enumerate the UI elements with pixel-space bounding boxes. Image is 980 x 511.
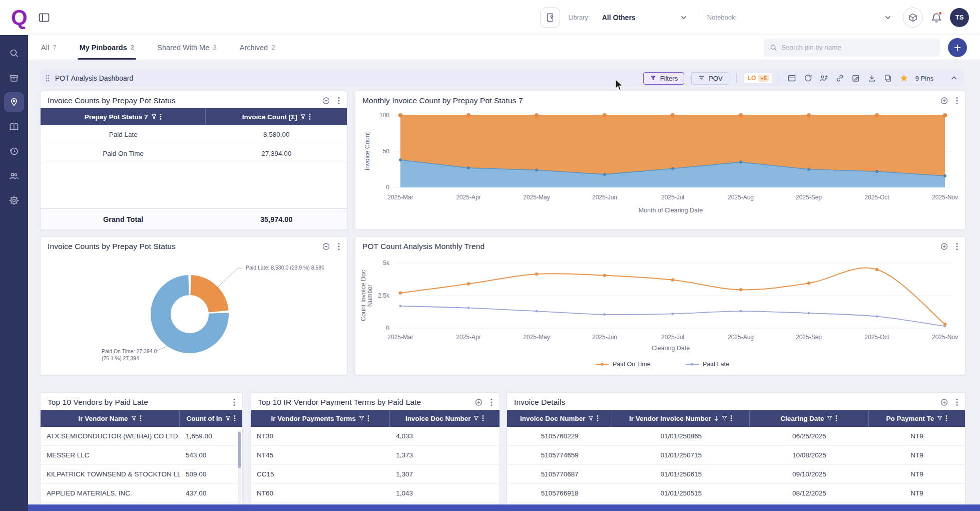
collapse-chevron-icon[interactable] [949,74,958,83]
sidebar-history-icon[interactable] [4,141,24,161]
share-users-icon[interactable] [819,74,828,83]
table-row[interactable]: NT304,033 [251,427,500,446]
column-header[interactable]: Ir Vendor Invoice Number [612,410,750,427]
svg-text:2025-Oct: 2025-Oct [864,334,889,341]
column-menu-icon[interactable] [835,415,837,422]
table-row[interactable]: NT451,373 [251,446,500,465]
vertical-scrollbar[interactable] [238,430,241,511]
library-select[interactable]: All Others [598,11,691,25]
user-avatar[interactable]: TS [950,8,969,27]
card-menu-icon[interactable] [956,398,958,406]
filter-funnel-icon[interactable] [937,415,942,421]
column-header[interactable]: Invoice Doc Number [507,410,612,427]
card-menu-icon[interactable] [956,242,958,250]
card-menu-icon[interactable] [338,242,340,250]
sidebar-users-icon[interactable] [4,166,24,186]
refresh-icon[interactable] [803,74,812,83]
svg-text:Paid On Time: 27,394.0: Paid On Time: 27,394.0 [102,348,157,354]
notifications-bell-icon[interactable] [931,12,942,23]
column-menu-icon[interactable] [597,415,599,422]
column-menu-icon[interactable] [140,415,142,422]
table-row[interactable]: Paid On Time27,394.00 [41,144,347,163]
lo-filter-chip[interactable]: LO +5 [744,73,773,84]
table-row[interactable]: MESSER LLC543.00 [41,446,242,465]
card-menu-icon[interactable] [956,97,958,105]
column-menu-icon[interactable] [309,113,311,120]
notebook-pin-icon[interactable] [540,8,560,28]
column-menu-icon[interactable] [367,415,369,422]
filter-funnel-icon[interactable] [827,415,832,421]
table-row[interactable]: APPLIED MATERIALS, INC.437.00 [41,484,242,503]
scrollbar-thumb[interactable] [238,432,241,468]
edit-icon[interactable] [851,74,860,83]
sidebar-settings-icon[interactable] [4,190,24,210]
explore-plus-icon[interactable] [940,242,949,251]
column-header[interactable]: Po Payment Te [869,410,965,427]
filter-funnel-icon[interactable] [225,415,231,421]
tab-all[interactable]: All7 [41,35,57,60]
filter-funnel-icon[interactable] [359,415,364,421]
link-icon[interactable] [835,74,844,83]
table-row[interactable]: ATX SEMICONDUCTOR (WEIHAI) CO LTD.1,659.… [41,427,242,446]
column-menu-icon[interactable] [730,415,732,422]
download-icon[interactable] [867,74,876,83]
tab-archived[interactable]: Archived2 [240,35,275,60]
table-row[interactable]: 510576022901/01/25086506/25/2025NT9 [507,427,965,446]
dashboard-title: POT Analysis Dashboard [55,74,133,82]
bottom-scroll-strip[interactable] [28,504,980,511]
column-header[interactable]: Ir Vendor Payments Terms [251,410,390,427]
board-icon[interactable] [787,74,796,83]
payment-terms-table: Ir Vendor Payments TermsInvoice Doc Numb… [251,410,500,511]
table-row[interactable]: 510577465901/01/25071510/08/2025NT9 [507,446,965,465]
filters-button[interactable]: Filters [643,72,684,85]
star-icon[interactable] [899,74,908,83]
filter-funnel-icon[interactable] [473,415,479,421]
table-row[interactable]: CC151,307 [251,465,500,484]
app-logo[interactable]: Q [11,7,27,28]
apps-cube-icon[interactable] [903,8,923,28]
svg-text:2025-Jul: 2025-Jul [661,334,684,341]
filter-funnel-icon[interactable] [131,415,137,421]
card-menu-icon[interactable] [338,97,340,105]
filter-funnel-icon[interactable] [151,114,157,120]
sidebar-pinboards-icon[interactable] [4,92,24,112]
card-menu-icon[interactable] [233,398,235,406]
column-header[interactable]: Count of In [180,410,242,427]
column-menu-icon[interactable] [234,415,236,422]
column-header[interactable]: Ir Vendor Name [41,410,180,427]
sidebar-search-icon[interactable] [4,43,24,63]
column-header[interactable]: Prepay Pot Status 7 [41,108,206,125]
copy-icon[interactable] [883,74,892,83]
tab-my-pinboards[interactable]: My Pinboards2 [80,35,135,60]
explore-plus-icon[interactable] [322,242,331,251]
card-menu-icon[interactable] [491,398,493,406]
explore-plus-icon[interactable] [474,398,483,407]
drag-handle-icon[interactable] [45,74,50,82]
explore-plus-icon[interactable] [940,398,949,407]
sidebar-workspace-icon[interactable] [4,68,24,88]
table-row[interactable]: 510577068701/01/25061509/10/2025NT9 [507,465,965,484]
column-header[interactable]: Invoice Doc Number [390,410,500,427]
notebook-select[interactable] [745,13,895,23]
panel-toggle-icon[interactable] [39,13,50,23]
table-row[interactable]: NT601,043 [251,484,500,503]
add-pinboard-button[interactable] [948,38,967,57]
column-menu-icon[interactable] [160,113,162,120]
table-row[interactable]: 510576691801/01/25051508/12/2025NT9 [507,484,965,503]
sidebar-library-icon[interactable] [4,117,24,137]
column-header[interactable]: Clearing Date [750,410,869,427]
column-header[interactable]: Invoice Count [Σ] [206,108,347,125]
tab-shared-with-me[interactable]: Shared With Me3 [157,35,216,60]
column-menu-icon[interactable] [945,415,947,422]
explore-plus-icon[interactable] [940,97,949,105]
table-cell: 5105774659 [507,446,612,465]
table-row[interactable]: Paid Late8,580.00 [41,125,347,144]
table-row[interactable]: KILPATRICK TOWNSEND & STOCKTON LLP509.00 [41,465,242,484]
pov-button[interactable]: POV [691,72,729,85]
filter-funnel-icon[interactable] [722,415,727,421]
explore-plus-icon[interactable] [322,97,331,105]
search-input[interactable] [781,44,934,51]
column-menu-icon[interactable] [482,415,484,422]
filter-funnel-icon[interactable] [300,114,306,120]
filter-funnel-icon[interactable] [588,415,594,421]
